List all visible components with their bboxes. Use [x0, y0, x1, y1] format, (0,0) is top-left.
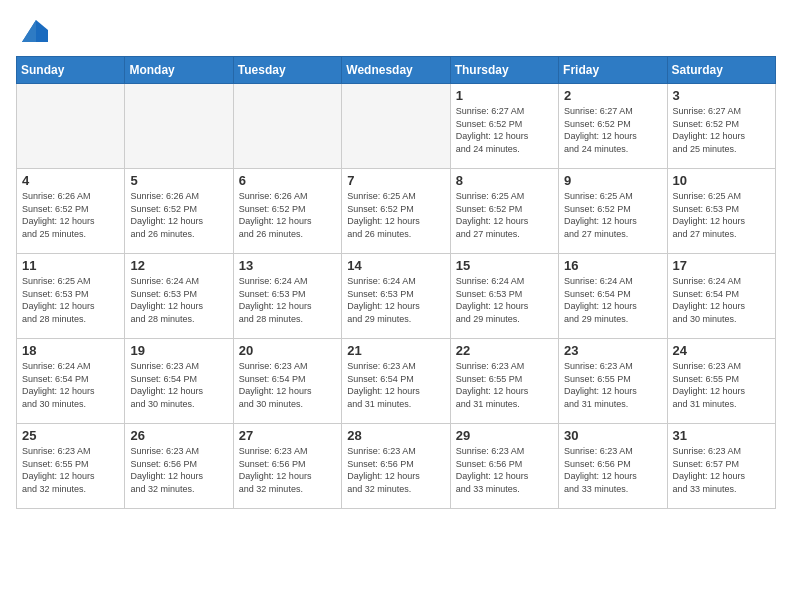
day-number: 12	[130, 258, 227, 273]
calendar-cell: 24Sunrise: 6:23 AM Sunset: 6:55 PM Dayli…	[667, 339, 775, 424]
day-number: 26	[130, 428, 227, 443]
calendar-cell: 30Sunrise: 6:23 AM Sunset: 6:56 PM Dayli…	[559, 424, 667, 509]
calendar-cell	[17, 84, 125, 169]
calendar-cell: 11Sunrise: 6:25 AM Sunset: 6:53 PM Dayli…	[17, 254, 125, 339]
day-number: 2	[564, 88, 661, 103]
week-row-3: 11Sunrise: 6:25 AM Sunset: 6:53 PM Dayli…	[17, 254, 776, 339]
day-info: Sunrise: 6:24 AM Sunset: 6:54 PM Dayligh…	[22, 360, 119, 410]
day-info: Sunrise: 6:27 AM Sunset: 6:52 PM Dayligh…	[564, 105, 661, 155]
day-number: 4	[22, 173, 119, 188]
day-number: 20	[239, 343, 336, 358]
calendar-cell: 19Sunrise: 6:23 AM Sunset: 6:54 PM Dayli…	[125, 339, 233, 424]
day-number: 13	[239, 258, 336, 273]
day-info: Sunrise: 6:23 AM Sunset: 6:56 PM Dayligh…	[456, 445, 553, 495]
calendar-cell: 6Sunrise: 6:26 AM Sunset: 6:52 PM Daylig…	[233, 169, 341, 254]
calendar-cell: 7Sunrise: 6:25 AM Sunset: 6:52 PM Daylig…	[342, 169, 450, 254]
day-number: 15	[456, 258, 553, 273]
day-info: Sunrise: 6:27 AM Sunset: 6:52 PM Dayligh…	[673, 105, 770, 155]
calendar-cell	[233, 84, 341, 169]
calendar-cell: 20Sunrise: 6:23 AM Sunset: 6:54 PM Dayli…	[233, 339, 341, 424]
day-info: Sunrise: 6:24 AM Sunset: 6:53 PM Dayligh…	[130, 275, 227, 325]
day-info: Sunrise: 6:23 AM Sunset: 6:55 PM Dayligh…	[22, 445, 119, 495]
day-info: Sunrise: 6:23 AM Sunset: 6:55 PM Dayligh…	[673, 360, 770, 410]
logo-icon	[18, 16, 48, 46]
day-info: Sunrise: 6:25 AM Sunset: 6:52 PM Dayligh…	[347, 190, 444, 240]
weekday-header-tuesday: Tuesday	[233, 57, 341, 84]
calendar-cell: 3Sunrise: 6:27 AM Sunset: 6:52 PM Daylig…	[667, 84, 775, 169]
week-row-5: 25Sunrise: 6:23 AM Sunset: 6:55 PM Dayli…	[17, 424, 776, 509]
calendar-cell: 26Sunrise: 6:23 AM Sunset: 6:56 PM Dayli…	[125, 424, 233, 509]
day-info: Sunrise: 6:23 AM Sunset: 6:54 PM Dayligh…	[239, 360, 336, 410]
weekday-header-saturday: Saturday	[667, 57, 775, 84]
day-number: 8	[456, 173, 553, 188]
weekday-header-sunday: Sunday	[17, 57, 125, 84]
day-info: Sunrise: 6:25 AM Sunset: 6:52 PM Dayligh…	[456, 190, 553, 240]
day-info: Sunrise: 6:23 AM Sunset: 6:56 PM Dayligh…	[564, 445, 661, 495]
day-info: Sunrise: 6:24 AM Sunset: 6:53 PM Dayligh…	[347, 275, 444, 325]
day-number: 11	[22, 258, 119, 273]
day-info: Sunrise: 6:24 AM Sunset: 6:54 PM Dayligh…	[564, 275, 661, 325]
calendar-table: SundayMondayTuesdayWednesdayThursdayFrid…	[16, 56, 776, 509]
weekday-header-monday: Monday	[125, 57, 233, 84]
calendar-cell: 18Sunrise: 6:24 AM Sunset: 6:54 PM Dayli…	[17, 339, 125, 424]
calendar-cell: 14Sunrise: 6:24 AM Sunset: 6:53 PM Dayli…	[342, 254, 450, 339]
calendar-cell: 13Sunrise: 6:24 AM Sunset: 6:53 PM Dayli…	[233, 254, 341, 339]
day-info: Sunrise: 6:23 AM Sunset: 6:55 PM Dayligh…	[564, 360, 661, 410]
day-number: 14	[347, 258, 444, 273]
day-number: 31	[673, 428, 770, 443]
day-number: 19	[130, 343, 227, 358]
calendar-cell: 29Sunrise: 6:23 AM Sunset: 6:56 PM Dayli…	[450, 424, 558, 509]
calendar-cell	[125, 84, 233, 169]
day-info: Sunrise: 6:25 AM Sunset: 6:52 PM Dayligh…	[564, 190, 661, 240]
day-number: 1	[456, 88, 553, 103]
day-info: Sunrise: 6:26 AM Sunset: 6:52 PM Dayligh…	[22, 190, 119, 240]
day-info: Sunrise: 6:24 AM Sunset: 6:54 PM Dayligh…	[673, 275, 770, 325]
day-number: 10	[673, 173, 770, 188]
day-info: Sunrise: 6:23 AM Sunset: 6:55 PM Dayligh…	[456, 360, 553, 410]
weekday-header-row: SundayMondayTuesdayWednesdayThursdayFrid…	[17, 57, 776, 84]
day-info: Sunrise: 6:24 AM Sunset: 6:53 PM Dayligh…	[456, 275, 553, 325]
day-number: 3	[673, 88, 770, 103]
calendar-cell: 10Sunrise: 6:25 AM Sunset: 6:53 PM Dayli…	[667, 169, 775, 254]
calendar-cell: 22Sunrise: 6:23 AM Sunset: 6:55 PM Dayli…	[450, 339, 558, 424]
day-number: 23	[564, 343, 661, 358]
calendar-cell: 27Sunrise: 6:23 AM Sunset: 6:56 PM Dayli…	[233, 424, 341, 509]
calendar-cell: 9Sunrise: 6:25 AM Sunset: 6:52 PM Daylig…	[559, 169, 667, 254]
calendar-cell: 25Sunrise: 6:23 AM Sunset: 6:55 PM Dayli…	[17, 424, 125, 509]
calendar-cell: 5Sunrise: 6:26 AM Sunset: 6:52 PM Daylig…	[125, 169, 233, 254]
calendar-cell: 31Sunrise: 6:23 AM Sunset: 6:57 PM Dayli…	[667, 424, 775, 509]
calendar-cell: 23Sunrise: 6:23 AM Sunset: 6:55 PM Dayli…	[559, 339, 667, 424]
day-info: Sunrise: 6:26 AM Sunset: 6:52 PM Dayligh…	[239, 190, 336, 240]
calendar-cell: 12Sunrise: 6:24 AM Sunset: 6:53 PM Dayli…	[125, 254, 233, 339]
day-info: Sunrise: 6:23 AM Sunset: 6:57 PM Dayligh…	[673, 445, 770, 495]
calendar-cell: 4Sunrise: 6:26 AM Sunset: 6:52 PM Daylig…	[17, 169, 125, 254]
day-info: Sunrise: 6:23 AM Sunset: 6:56 PM Dayligh…	[239, 445, 336, 495]
day-info: Sunrise: 6:25 AM Sunset: 6:53 PM Dayligh…	[673, 190, 770, 240]
day-number: 30	[564, 428, 661, 443]
day-info: Sunrise: 6:23 AM Sunset: 6:54 PM Dayligh…	[347, 360, 444, 410]
calendar-cell: 1Sunrise: 6:27 AM Sunset: 6:52 PM Daylig…	[450, 84, 558, 169]
calendar-cell: 17Sunrise: 6:24 AM Sunset: 6:54 PM Dayli…	[667, 254, 775, 339]
day-number: 5	[130, 173, 227, 188]
day-number: 29	[456, 428, 553, 443]
week-row-2: 4Sunrise: 6:26 AM Sunset: 6:52 PM Daylig…	[17, 169, 776, 254]
day-number: 7	[347, 173, 444, 188]
day-number: 24	[673, 343, 770, 358]
day-number: 25	[22, 428, 119, 443]
logo	[16, 16, 48, 46]
calendar-cell: 2Sunrise: 6:27 AM Sunset: 6:52 PM Daylig…	[559, 84, 667, 169]
weekday-header-friday: Friday	[559, 57, 667, 84]
calendar-cell: 8Sunrise: 6:25 AM Sunset: 6:52 PM Daylig…	[450, 169, 558, 254]
day-number: 16	[564, 258, 661, 273]
day-info: Sunrise: 6:23 AM Sunset: 6:54 PM Dayligh…	[130, 360, 227, 410]
day-number: 22	[456, 343, 553, 358]
calendar-cell	[342, 84, 450, 169]
calendar-cell: 15Sunrise: 6:24 AM Sunset: 6:53 PM Dayli…	[450, 254, 558, 339]
day-info: Sunrise: 6:23 AM Sunset: 6:56 PM Dayligh…	[347, 445, 444, 495]
day-info: Sunrise: 6:23 AM Sunset: 6:56 PM Dayligh…	[130, 445, 227, 495]
day-info: Sunrise: 6:25 AM Sunset: 6:53 PM Dayligh…	[22, 275, 119, 325]
day-number: 18	[22, 343, 119, 358]
weekday-header-thursday: Thursday	[450, 57, 558, 84]
day-number: 21	[347, 343, 444, 358]
calendar-cell: 28Sunrise: 6:23 AM Sunset: 6:56 PM Dayli…	[342, 424, 450, 509]
